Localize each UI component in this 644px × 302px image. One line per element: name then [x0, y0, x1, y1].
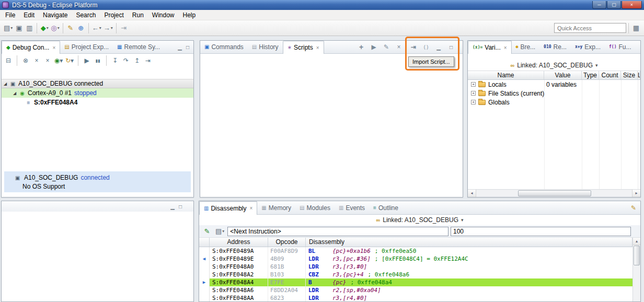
minimize-view-icon[interactable]: ▁ — [170, 204, 175, 210]
table-row-file-statics[interactable]: + File Statics (current) — [468, 89, 640, 98]
tab-functions[interactable]: f() Fu... — [605, 41, 635, 53]
tab-registers[interactable]: 010 Re... — [539, 41, 571, 53]
column-header-opcode[interactable]: Opcode — [268, 238, 306, 247]
close-tab-icon[interactable]: × — [504, 45, 507, 51]
disassembly-row[interactable]: S:0xFFE048A0 681B LDRr3,[r3,#0] — [199, 263, 632, 271]
column-header-type[interactable]: Type — [582, 71, 599, 79]
menu-search[interactable]: Search — [72, 10, 100, 20]
disassembly-row[interactable]: S:0xFFE048A6 F8DD2A04 LDRr2,[sp,#0xa04] — [199, 286, 632, 294]
locate-pc-icon[interactable]: ✎ — [631, 204, 636, 212]
tree-item-stack-frame[interactable]: ≡ S:0xFFE048A4 — [2, 98, 193, 107]
tab-modules[interactable]: ▤ Modules — [295, 201, 335, 214]
annotate-button[interactable]: ✎ — [65, 22, 76, 34]
horizontal-scrollbar[interactable]: ◂ ▸ — [468, 189, 640, 197]
menu-help[interactable]: Help — [179, 10, 200, 20]
minimize-view-icon[interactable]: ▁ — [178, 44, 182, 50]
menu-window[interactable]: Window — [148, 10, 179, 20]
maximize-window-button[interactable]: ▢ — [607, 1, 621, 9]
tab-events[interactable]: ▥ Events — [335, 201, 369, 214]
maximize-view-icon[interactable]: □ — [186, 44, 189, 50]
tab-variables[interactable]: (x)= Vari... × — [468, 41, 512, 54]
instruction-step-button[interactable]: ⇥ — [143, 55, 153, 66]
expander-icon[interactable]: ◢ — [2, 82, 9, 86]
scrollbar-thumb[interactable] — [518, 190, 591, 196]
remove-all-connections-button[interactable]: × — [32, 55, 41, 66]
step-in-button[interactable]: ↧ — [110, 55, 120, 66]
back-button[interactable]: ←▾ — [91, 22, 102, 34]
tab-scripts[interactable]: ∗ Scripts × — [283, 41, 324, 54]
delete-script-button[interactable]: × — [395, 42, 403, 52]
external-tools-button[interactable]: ◎▾ — [50, 22, 60, 34]
continue-button[interactable]: ▶ — [82, 55, 91, 66]
pin-editor-button[interactable]: ⇥ — [119, 22, 129, 34]
new-script-button[interactable]: + — [357, 42, 365, 52]
print-button[interactable]: ▥ — [24, 22, 34, 34]
reset-target-button[interactable]: ↻▾ — [65, 55, 74, 66]
menu-edit[interactable]: Edit — [19, 10, 39, 20]
import-script-button[interactable]: ⇥ — [409, 42, 418, 52]
collapse-all-button[interactable]: ⊟ — [4, 55, 13, 66]
edit-location-button[interactable]: ✎ — [202, 226, 212, 237]
column-header-value[interactable]: Value — [544, 71, 582, 79]
scrollbar-thumb[interactable] — [634, 246, 640, 265]
scroll-up-arrow[interactable]: ▴ — [633, 238, 640, 245]
table-row-locals[interactable]: + Locals 0 variables — [468, 80, 640, 89]
minimize-window-button[interactable]: ─ — [592, 1, 606, 9]
disassembly-row[interactable]: S:0xFFE0489A F00AF8D9 BL{pc}+0xa1b6; 0xf… — [199, 247, 632, 255]
quick-access-input[interactable] — [554, 23, 626, 33]
tab-remote-systems[interactable]: ▦ Remote Sy... — [113, 41, 164, 53]
expander-icon[interactable]: + — [471, 82, 476, 87]
column-header-location[interactable]: Lo — [638, 71, 640, 79]
address-history-button[interactable]: ▤▾ — [214, 226, 225, 237]
tab-commands[interactable]: ▣ Commands — [200, 41, 248, 53]
tab-memory[interactable]: ▦ Memory — [257, 201, 295, 214]
expander-icon[interactable]: + — [471, 91, 476, 96]
menu-file[interactable]: File — [1, 10, 19, 20]
minimize-view-button[interactable]: ▁ — [434, 42, 443, 52]
instruction-count-input[interactable] — [451, 227, 631, 236]
parameters-button[interactable]: ( ) — [422, 42, 430, 52]
remove-connection-button[interactable]: × — [43, 55, 52, 66]
expander-icon[interactable]: + — [471, 100, 476, 104]
run-script-button[interactable]: ▶ — [370, 42, 378, 52]
step-out-button[interactable]: ↥ — [132, 55, 142, 66]
step-over-button[interactable]: ↷ — [121, 55, 131, 66]
connect-target-button[interactable]: ◉▾ — [54, 55, 63, 66]
tab-history[interactable]: ▤ History — [248, 41, 283, 53]
disassembly-row-current-pc[interactable]: ▶ S:0xFFE048A4 E7FE B{pc}; 0xffe048a4 — [199, 278, 632, 286]
connect-button[interactable]: ⊕ — [76, 22, 86, 34]
scroll-left-arrow[interactable]: ◂ — [468, 190, 476, 197]
menu-run[interactable]: Run — [128, 10, 148, 20]
disassembly-row[interactable]: ◀ S:0xFFE0489E 4B09 LDRr3,[pc,#36]; [0xF… — [199, 255, 632, 263]
tab-project-explorer[interactable]: ▤ Project Exp... — [60, 41, 113, 53]
perspective-button[interactable]: ▦ — [631, 22, 641, 34]
tree-item-core[interactable]: ◢ ◉ Cortex-A9_0 #1 stopped — [2, 88, 193, 98]
column-header-count[interactable]: Count — [599, 71, 621, 79]
tree-item-target-connection[interactable]: ◢ ▣ A10_SOC_DEBUG connected — [2, 79, 193, 88]
scroll-right-arrow[interactable]: ▸ — [632, 190, 640, 197]
tab-breakpoints[interactable]: ● Bre... — [512, 41, 540, 53]
forward-button[interactable]: →▾ — [102, 22, 114, 34]
new-button[interactable]: ▤▾ — [3, 22, 14, 34]
disassembly-row[interactable]: S:0xFFE048A2 B103 CBZr3,{pc}+4; 0xffe048… — [199, 271, 632, 278]
linked-context-selector[interactable]: ∞ Linked: A10_SOC_DEBUG ▾ — [468, 60, 640, 71]
maximize-view-icon[interactable]: □ — [179, 204, 182, 210]
disconnect-button[interactable]: ⊗ — [21, 55, 30, 66]
column-header-size[interactable]: Size — [621, 71, 638, 79]
save-button[interactable]: ▣ — [14, 22, 24, 34]
disassembly-row[interactable]: S:0xFFE048AA 6823 LDRr3,[r4,#0] — [199, 294, 632, 302]
tab-disassembly[interactable]: ▥ Disassembly × — [199, 201, 257, 215]
close-tab-icon[interactable]: × — [316, 45, 319, 51]
title-bar[interactable]: DS-5 Debug - Eclipse Platform ─ ▢ × — [0, 0, 644, 10]
tab-outline[interactable]: ≡ Outline — [369, 201, 402, 214]
address-input[interactable] — [227, 227, 448, 236]
table-row-globals[interactable]: + Globals — [468, 98, 640, 107]
maximize-view-button[interactable]: □ — [447, 42, 455, 52]
expander-icon[interactable]: ◢ — [11, 91, 18, 96]
debug-button[interactable]: ◆▾ — [39, 22, 50, 34]
tab-expressions[interactable]: x+y Exp... — [571, 41, 605, 53]
column-header-address[interactable]: Address — [210, 238, 268, 247]
menu-navigate[interactable]: Navigate — [39, 10, 72, 20]
column-header-disassembly[interactable]: Disassembly — [306, 238, 632, 247]
close-window-button[interactable]: × — [622, 1, 642, 9]
